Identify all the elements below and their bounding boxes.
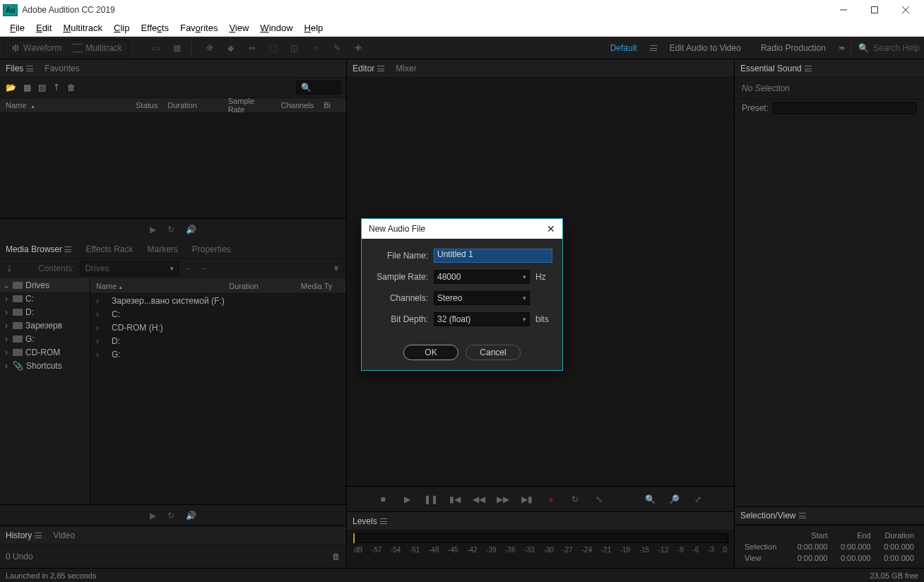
play-button[interactable]: ▶ <box>401 494 413 505</box>
contents-dropdown[interactable]: Drives▾ <box>80 261 179 275</box>
col-samplerate[interactable]: Sample Rate <box>228 97 271 114</box>
open-file-icon[interactable]: 📂 <box>6 83 16 93</box>
zoom-in-icon[interactable]: 🔍 <box>644 494 656 505</box>
col-channels[interactable]: Channels <box>281 101 314 109</box>
filename-input[interactable]: Untitled 1 <box>434 249 552 263</box>
menu-multitrack[interactable]: Multitrack <box>57 21 108 35</box>
import-icon[interactable]: ⤓ <box>6 263 13 273</box>
minimize-button[interactable] <box>828 0 859 20</box>
col-duration[interactable]: Duration <box>229 282 259 290</box>
samplerate-dropdown[interactable]: 48000▾ <box>434 270 530 284</box>
col-status[interactable]: Status <box>136 101 158 109</box>
menu-effects[interactable]: Effects <box>135 21 174 35</box>
tab-selection-view[interactable]: Selection/View <box>740 511 806 521</box>
heal-tool-icon[interactable]: ✚ <box>350 40 366 56</box>
panel-menu-icon[interactable] <box>64 247 71 252</box>
sel-start[interactable]: 0:00.000 <box>787 541 830 552</box>
tree-item[interactable]: ›D: <box>0 305 90 319</box>
hud-toggle-icon[interactable]: ▭ <box>148 40 164 56</box>
tree-drives-root[interactable]: ⌄Drives <box>0 278 90 292</box>
tab-levels[interactable]: Levels <box>353 516 387 526</box>
stop-button[interactable]: ■ <box>377 494 389 505</box>
maximize-button[interactable] <box>859 0 890 20</box>
help-search[interactable]: 🔍 Search Help <box>851 43 920 53</box>
filter-search-icon[interactable]: 🔍 <box>296 81 340 95</box>
play-icon[interactable]: ▶ <box>150 511 156 521</box>
col-bitdepth[interactable]: Bi <box>324 101 331 109</box>
slip-tool-icon[interactable]: ⇔ <box>244 40 260 56</box>
menu-favorites[interactable]: Favorites <box>174 21 223 35</box>
waveform-toggle[interactable]: Waveform <box>5 40 67 56</box>
cancel-button[interactable]: Cancel <box>466 345 521 360</box>
forward-icon[interactable]: → <box>199 263 207 273</box>
view-start[interactable]: 0:00.000 <box>787 552 830 564</box>
menu-view[interactable]: View <box>223 21 254 35</box>
tree-shortcuts[interactable]: ›📎Shortcuts <box>0 359 90 372</box>
lasso-tool-icon[interactable]: ○ <box>308 40 324 56</box>
panel-menu-icon[interactable] <box>35 533 42 538</box>
menu-clip[interactable]: Clip <box>108 21 135 35</box>
go-start-button[interactable]: ▮◀ <box>449 494 461 505</box>
ok-button[interactable]: OK <box>403 345 458 360</box>
workspace-edit-av[interactable]: Edit Audio to Video <box>663 43 748 53</box>
tab-video[interactable]: Video <box>53 530 74 540</box>
bitdepth-dropdown[interactable]: 32 (float)▾ <box>434 312 530 326</box>
tab-media-browser[interactable]: Media Browser <box>6 244 71 254</box>
loop-icon[interactable]: ↻ <box>167 225 174 234</box>
tab-editor[interactable]: Editor <box>353 64 384 73</box>
back-icon[interactable]: ← <box>184 263 193 273</box>
panel-menu-icon[interactable] <box>26 66 33 71</box>
new-multitrack-icon[interactable]: ▤ <box>38 83 46 93</box>
tree-item[interactable]: ›G: <box>0 332 90 345</box>
menu-edit[interactable]: Edit <box>30 21 57 35</box>
list-item[interactable]: ›CD-ROM (H:) <box>90 321 346 334</box>
move-tool-icon[interactable]: ✥ <box>202 40 218 56</box>
list-item[interactable]: ›D: <box>90 334 346 348</box>
tab-mixer[interactable]: Mixer <box>396 64 416 73</box>
rewind-button[interactable]: ◀◀ <box>473 494 485 505</box>
tab-history[interactable]: History <box>6 530 42 540</box>
zoom-out-icon[interactable]: 🔎 <box>668 494 680 505</box>
col-duration[interactable]: Duration <box>167 101 197 109</box>
col-name[interactable]: Name <box>6 101 126 109</box>
tab-files[interactable]: Files <box>6 64 33 73</box>
menu-help[interactable]: Help <box>299 21 329 35</box>
loop-icon[interactable]: ↻ <box>167 511 174 521</box>
spectral-toggle-icon[interactable]: ▦ <box>170 40 185 56</box>
channels-dropdown[interactable]: Stereo▾ <box>434 291 530 305</box>
zoom-full-icon[interactable]: ⤢ <box>692 494 704 505</box>
record-button[interactable]: ● <box>545 494 557 505</box>
sel-dur[interactable]: 0:00.000 <box>874 541 917 552</box>
pause-button[interactable]: ❚❚ <box>425 494 437 505</box>
menu-file[interactable]: File <box>4 21 30 35</box>
sel-end[interactable]: 0:00.000 <box>830 541 873 552</box>
panel-menu-icon[interactable] <box>377 66 384 71</box>
panel-menu-icon[interactable] <box>380 518 387 524</box>
tab-effects-rack[interactable]: Effects Rack <box>85 244 133 254</box>
close-button[interactable] <box>890 0 921 20</box>
menu-window[interactable]: Window <box>254 21 298 35</box>
workspace-radio[interactable]: Radio Production <box>754 43 833 53</box>
tree-item[interactable]: ›C: <box>0 292 90 305</box>
panel-menu-icon[interactable] <box>799 513 806 518</box>
import-icon[interactable]: ⤒ <box>53 83 60 93</box>
tab-properties[interactable]: Properties <box>192 244 231 254</box>
list-item[interactable]: ›G: <box>90 348 346 361</box>
play-icon[interactable]: ▶ <box>150 225 156 234</box>
tab-essential-sound[interactable]: Essential Sound <box>740 64 812 73</box>
trash-icon[interactable]: 🗑 <box>67 83 76 93</box>
workspace-menu-icon[interactable] <box>650 45 657 51</box>
tab-markers[interactable]: Markers <box>148 244 178 254</box>
autoplay-icon[interactable]: 🔊 <box>186 225 196 234</box>
multitrack-toggle[interactable]: Multitrack <box>67 40 127 56</box>
marquee-tool-icon[interactable]: ◫ <box>287 40 302 56</box>
skip-selection-button[interactable]: ⤡ <box>593 494 605 505</box>
new-file-icon[interactable]: ▦ <box>23 83 31 93</box>
razor-tool-icon[interactable]: ◆ <box>223 40 239 56</box>
workspace-more-icon[interactable]: ≫ <box>839 44 845 52</box>
list-item[interactable]: ›C: <box>90 307 346 321</box>
list-item[interactable]: ›Зарезер...вано системой (F:) <box>90 294 346 307</box>
autoplay-icon[interactable]: 🔊 <box>186 511 196 521</box>
view-dur[interactable]: 0:00.000 <box>874 552 917 564</box>
tab-favorites[interactable]: Favorites <box>45 64 79 73</box>
